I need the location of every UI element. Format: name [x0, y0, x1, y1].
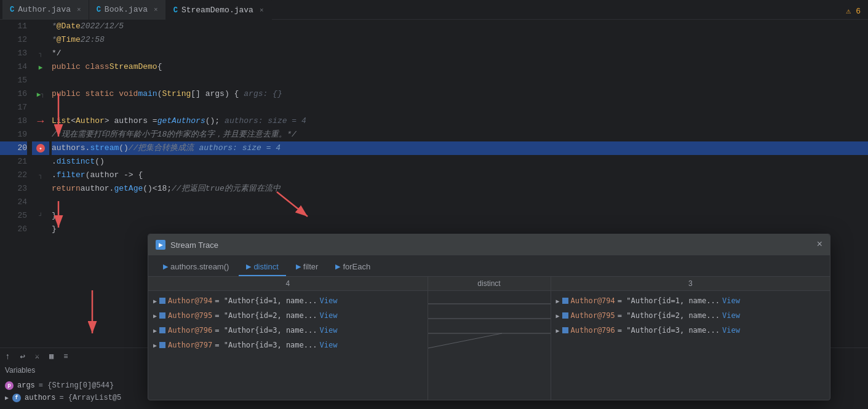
code-line-18: List<Author> authors = getAuthors(); aut… [52, 114, 868, 128]
stream-items-left: ▶ Author@794 = "Author{id=1, name... Vie… [148, 291, 428, 355]
var-icon-args: p [5, 381, 14, 390]
warning-badge: ⚠ 6 [846, 6, 861, 16]
item-icon-r0 [562, 298, 568, 304]
modal-close-button[interactable]: × [816, 239, 822, 250]
stream-item-left-2: ▶ Author@796 = "Author{id=3, name... Vie… [153, 323, 423, 338]
breakpoint-icon[interactable]: ✦ [36, 144, 45, 153]
modal-tab-distinct-label: distinct [253, 262, 278, 271]
stream-item-left-3: ▶ Author@797 = "Author{id=3, name... Vie… [153, 338, 423, 352]
stream-item-right-0: ▶ Author@794 = "Author{id=1, name... Vie… [556, 293, 826, 308]
code-line-15 [52, 74, 868, 87]
view-link-l2[interactable]: View [319, 326, 337, 335]
code-line-20: authors.stream()//把集合转换成流 authors: size … [52, 141, 868, 155]
var-value-args: = {String[0]@544} [39, 381, 114, 390]
tab-author[interactable]: C Author.java × [2, 0, 89, 20]
code-line-12: * @Time 22:58 [52, 33, 868, 47]
run-icon-14[interactable]: ▶ [39, 63, 43, 71]
item-icon-r2 [562, 327, 568, 333]
code-line-25: } [52, 209, 868, 223]
view-link-l3[interactable]: View [319, 341, 337, 349]
item-icon-l0 [159, 298, 165, 304]
stream-item-right-1: ▶ Author@795 = "Author{id=2, name... Vie… [556, 308, 826, 323]
tab-streamdemo[interactable]: C StreamDemo.java × [166, 0, 272, 20]
filter-button[interactable]: ⚔ [33, 351, 42, 362]
stream-col-right-header: 3 [551, 277, 830, 291]
modal-tab-filter[interactable]: ▶ filter [289, 258, 326, 276]
fold-icon-25: ┘ [39, 213, 42, 220]
svg-line-8 [428, 333, 502, 348]
stream-items-right: ▶ Author@794 = "Author{id=1, name... Vie… [551, 291, 830, 340]
warning-text: ⚠ 6 [846, 6, 861, 16]
tab-icon-streamdemo: C [173, 6, 178, 15]
view-link-l0[interactable]: View [319, 296, 337, 305]
stream-col-right: 3 ▶ Author@794 = "Author{id=1, name... V… [551, 277, 830, 400]
code-line-16: public static void main(String[] args) {… [52, 87, 868, 101]
stream-item-left-0: ▶ Author@794 = "Author{id=1, name... Vie… [153, 293, 423, 308]
center-label: distinct [477, 279, 500, 288]
view-link-r2[interactable]: View [722, 326, 740, 335]
tab-icon-stream: ▶ [163, 263, 168, 271]
view-link-r1[interactable]: View [722, 311, 740, 320]
line-numbers: 11 12 13 14 15 16 17 18 19 20 21 22 23 2… [0, 20, 32, 347]
tab-label-book: Book.java [105, 5, 148, 14]
list-button[interactable]: ≡ [61, 351, 70, 362]
stream-col-left: 4 ▶ Author@794 = "Author{id=1, name... V… [148, 277, 428, 400]
debug-arrow-18: → [38, 115, 44, 127]
connection-lines [428, 296, 551, 400]
code-line-14: public class StreamDemo { [52, 60, 868, 74]
tab-close-streamdemo[interactable]: × [260, 7, 264, 14]
fold-icon: ┐ [39, 50, 42, 57]
stream-center-header: distinct [428, 277, 551, 291]
expand-authors[interactable]: ▶ [5, 394, 9, 402]
modal-tab-foreach[interactable]: ▶ forEach [328, 258, 378, 276]
modal-tab-stream-label: authors.stream() [170, 262, 229, 271]
code-line-24 [52, 196, 868, 209]
stream-trace-modal: ▶ Stream Trace × ▶ authors.stream() ▶ di… [148, 234, 830, 400]
tab-icon-filter: ▶ [296, 263, 301, 271]
var-value-authors: = {ArrayList@5 [59, 394, 121, 402]
stream-item-right-2: ▶ Author@796 = "Author{id=3, name... Vie… [556, 323, 826, 338]
code-line-13: */ [52, 47, 868, 60]
item-icon-l1 [159, 312, 165, 319]
var-name-args: args [17, 381, 35, 390]
step-up-button[interactable]: ↑ [2, 351, 12, 363]
step-back-button[interactable]: ↩ [17, 350, 27, 363]
modal-tabs: ▶ authors.stream() ▶ distinct ▶ filter ▶… [148, 256, 830, 277]
tab-book[interactable]: C Book.java × [89, 0, 166, 20]
fold-icon-16: ┐ [41, 91, 44, 98]
right-count: 3 [688, 279, 693, 288]
tab-icon-foreach: ▶ [335, 263, 340, 271]
modal-tab-stream[interactable]: ▶ authors.stream() [156, 258, 236, 276]
var-icon-authors: f [12, 394, 21, 402]
tab-icon-distinct: ▶ [246, 263, 251, 271]
code-line-23: return author.getAge()<18; //把返回true的元素留… [52, 182, 868, 196]
tab-close-author[interactable]: × [77, 6, 81, 14]
gutter: ┐ ▶ ▶ ┐ → ✦ ┐ [32, 20, 49, 347]
var-name-authors: authors [25, 394, 55, 402]
code-line-17 [52, 101, 868, 114]
modal-title: ▶ Stream Trace [156, 240, 218, 250]
modal-icon: ▶ [156, 240, 165, 250]
item-icon-l3 [159, 342, 165, 348]
view-link-r0[interactable]: View [722, 296, 740, 305]
left-count: 4 [285, 279, 290, 288]
grid-button[interactable]: ▦ [47, 351, 56, 362]
view-link-l1[interactable]: View [319, 311, 337, 320]
stream-col-left-header: 4 [148, 277, 428, 291]
code-line-11: * @Date 2022/12/5 [52, 20, 868, 33]
tab-icon-book: C [97, 6, 101, 14]
modal-tab-distinct[interactable]: ▶ distinct [239, 258, 285, 276]
code-line-19: /*现在需要打印所有年龄小于18的作家的名字，并且要注意去重。*/ [52, 128, 868, 141]
tab-label-author: Author.java [18, 5, 71, 14]
tab-close-book[interactable]: × [154, 6, 158, 14]
fold-icon-22: ┐ [39, 172, 42, 179]
modal-body: 4 ▶ Author@794 = "Author{id=1, name... V… [148, 277, 830, 400]
code-line-22: .filter(author -> { [52, 169, 868, 182]
run-icon-16[interactable]: ▶ [37, 90, 41, 98]
tab-icon-author: C [10, 6, 14, 14]
tab-label-streamdemo: StreamDemo.java [181, 6, 253, 15]
stream-item-left-1: ▶ Author@795 = "Author{id=2, name... Vie… [153, 308, 423, 323]
stream-center-col: distinct [428, 277, 551, 400]
modal-tab-filter-label: filter [303, 262, 319, 271]
tab-bar: C Author.java × C Book.java × C StreamDe… [0, 0, 868, 20]
